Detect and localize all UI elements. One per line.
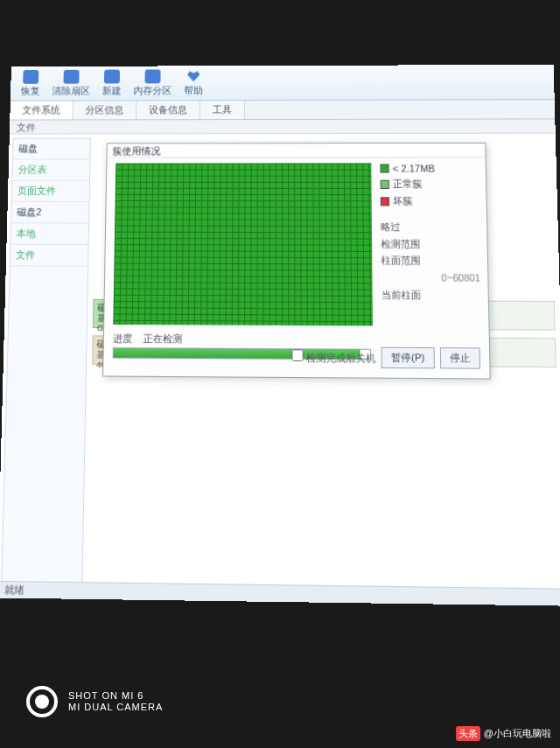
toolbar-label: 新建 <box>102 84 122 97</box>
stop-button[interactable]: 停止 <box>440 347 480 369</box>
recover-icon <box>23 69 38 83</box>
tab-tools[interactable]: 工具 <box>200 101 245 119</box>
tab-row-primary: 文件系统 分区信息 设备信息 工具 <box>10 100 555 120</box>
side-item[interactable]: 磁盘 <box>13 138 90 159</box>
tab-device-info[interactable]: 设备信息 <box>136 101 200 119</box>
legend-text: < 2.17MB <box>393 163 435 173</box>
dialog-title: 簇使用情况 <box>107 143 485 158</box>
shutdown-checkbox-input[interactable] <box>292 349 304 361</box>
info-line: 当前柱面 <box>382 286 481 304</box>
scan-dialog: 簇使用情况 < 2.17MB 正常簇 坏簇 <box>102 143 491 380</box>
side-item[interactable]: 磁盘2 <box>11 202 88 223</box>
legend-item: 正常簇 <box>381 178 480 191</box>
toolbar-mem-button[interactable]: 内存分区 <box>133 69 172 97</box>
toolbar-label: 恢复 <box>21 84 40 97</box>
legend-text: 坏簇 <box>393 194 413 207</box>
toutiao-badge: 头条 <box>456 726 480 741</box>
cluster-map <box>113 163 373 325</box>
attribution-handle: @小白玩电脑啦 <box>484 727 551 740</box>
tab-filesystem[interactable]: 文件系统 <box>10 101 74 120</box>
clear-icon <box>64 69 80 83</box>
legend: < 2.17MB 正常簇 坏簇 <box>380 163 479 211</box>
watermark-text: SHOT ON MI 6 MI DUAL CAMERA <box>68 690 163 713</box>
info-line: 柱面范围 <box>381 252 480 269</box>
legend-swatch-lightgreen <box>381 179 389 188</box>
camera-watermark: SHOT ON MI 6 MI DUAL CAMERA <box>26 686 163 717</box>
toolbar-label: 清除扇区 <box>52 84 90 97</box>
dialog-buttons: 检测完成后关机 暂停(P) 停止 <box>292 346 480 369</box>
pause-button[interactable]: 暂停(P) <box>382 347 435 369</box>
info-line: 略过 <box>381 219 480 235</box>
toolbar-recover-button[interactable]: 恢复 <box>21 69 40 97</box>
side-item[interactable]: 页面文件 <box>12 181 89 202</box>
toolbar-clear-button[interactable]: 清除扇区 <box>52 69 90 97</box>
shutdown-checkbox[interactable]: 检测完成后关机 <box>292 349 376 366</box>
legend-swatch-red <box>381 197 389 206</box>
progress-label: 进度 正在检测 <box>113 332 371 346</box>
main-toolbar: 恢复 清除扇区 新建 内存分区 帮助 <box>10 65 555 101</box>
toolbar-label: 内存分区 <box>133 84 172 97</box>
breadcrumb: 文件 <box>10 119 556 134</box>
toolbar-help-button[interactable]: 帮助 <box>184 69 203 97</box>
side-item[interactable]: 本地 <box>10 223 88 245</box>
mem-icon <box>145 69 161 83</box>
legend-item: 坏簇 <box>381 194 480 207</box>
info-line: 检测范围 <box>381 235 480 253</box>
workspace: 磁盘 分区表 页面文件 磁盘2 本地 文件 磁盘1 基本 7.21 GB G: … <box>0 134 560 595</box>
legend-swatch-green <box>380 164 388 172</box>
attribution: 头条 @小白玩电脑啦 <box>456 726 551 741</box>
tab-partition-info[interactable]: 分区信息 <box>74 101 137 119</box>
info-value: 0~60801 <box>382 269 481 287</box>
side-panel: 磁盘 分区表 页面文件 磁盘2 本地 文件 <box>1 137 91 584</box>
legend-text: 正常簇 <box>393 178 423 191</box>
side-item[interactable]: 分区表 <box>12 160 89 181</box>
info-block: 略过 检测范围 柱面范围 0~60801 当前柱面 <box>381 219 481 304</box>
camera-ring-icon <box>26 686 58 717</box>
toolbar-new-button[interactable]: 新建 <box>102 69 122 97</box>
status-text: 就绪 <box>4 583 24 598</box>
checkbox-label: 检测完成后关机 <box>306 353 376 364</box>
heart-icon <box>186 69 201 83</box>
new-icon <box>104 69 120 83</box>
toolbar-label: 帮助 <box>184 84 203 97</box>
side-item[interactable]: 文件 <box>10 245 88 267</box>
legend-item: < 2.17MB <box>380 163 478 173</box>
